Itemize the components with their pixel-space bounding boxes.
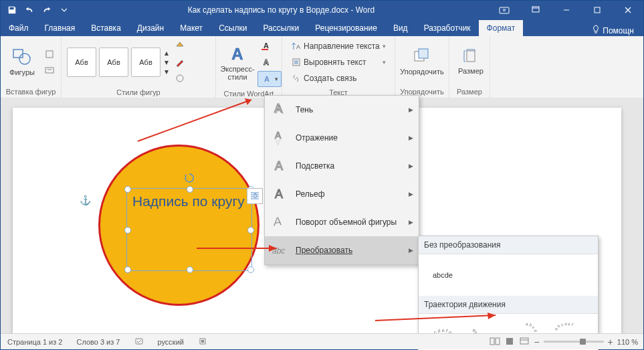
tab-view[interactable]: Вид	[385, 20, 416, 36]
resize-handle-s[interactable]	[187, 266, 193, 273]
status-macros[interactable]	[191, 337, 215, 347]
shapes-icon	[11, 47, 33, 67]
wordart-quick-styles-button[interactable]: A Экспресс- стили	[220, 42, 255, 84]
menu-bevel[interactable]: A Рельеф▶	[265, 180, 419, 208]
rotate-handle[interactable]	[184, 170, 195, 181]
resize-handle-sw[interactable]	[124, 266, 131, 273]
create-link-button[interactable]: Создать связь	[289, 71, 389, 86]
draw-textbox-button[interactable]	[42, 63, 57, 78]
resize-handle-e[interactable]	[247, 227, 254, 234]
status-page[interactable]: Страница 1 из 2	[1, 338, 70, 346]
shape-effects-button[interactable]	[173, 71, 187, 86]
text-outline-button[interactable]: A	[257, 55, 282, 70]
shape-fill-button[interactable]	[173, 39, 187, 54]
submenu-follow-path-header: Траектория движения	[419, 296, 598, 314]
transform-icon: abc	[272, 242, 289, 259]
tab-layout[interactable]: Макет	[172, 20, 211, 36]
arrange-label: Упорядочить	[400, 68, 443, 76]
arrange-button[interactable]: Упорядочить	[399, 45, 445, 78]
tab-design[interactable]: Дизайн	[129, 20, 172, 36]
shadow-icon: AA	[272, 101, 289, 118]
resize-handle-w[interactable]	[124, 227, 131, 234]
title-bar: Как сделать надпись по кругу в Ворде.doc…	[1, 1, 643, 19]
wordart-icon: A	[227, 45, 247, 64]
shape-style-preset-3[interactable]: Абв	[131, 48, 160, 77]
status-bar: Страница 1 из 2 Слово 3 из 7 русский − +…	[1, 333, 643, 349]
status-spellcheck[interactable]	[128, 337, 151, 347]
size-label: Размер	[458, 67, 484, 75]
text-box-content: Надпись по кругу	[132, 193, 245, 209]
shape-style-preset-2[interactable]: Абв	[99, 48, 128, 77]
svg-rect-42	[520, 338, 528, 344]
resize-handle-nw[interactable]	[124, 186, 131, 193]
align-text-label: Выровнять текст	[304, 58, 366, 67]
style-gallery-down[interactable]: ▾	[163, 58, 170, 67]
undo-button[interactable]	[22, 3, 37, 17]
svg-text:A: A	[296, 43, 300, 50]
lightbulb-icon	[592, 25, 600, 36]
group-size: Размер Размер	[449, 36, 490, 98]
svg-text:A: A	[275, 137, 282, 146]
tab-mailings[interactable]: Рассылки	[255, 20, 307, 36]
wordart-label: Экспресс- стили	[220, 65, 254, 81]
resize-handle-n[interactable]	[187, 186, 193, 193]
view-read[interactable]	[490, 337, 500, 347]
shape-style-preset-1[interactable]: Абв	[67, 48, 96, 77]
resize-handle-se[interactable]	[247, 266, 254, 273]
size-icon	[461, 48, 480, 66]
layout-options-button[interactable]	[247, 188, 263, 204]
save-button[interactable]	[5, 3, 19, 17]
tell-me[interactable]: Помощн	[586, 25, 643, 36]
text-direction-button[interactable]: AНаправление текста▾	[289, 39, 389, 54]
menu-glow[interactable]: AA Подсветка▶	[265, 152, 419, 180]
menu-transform-label: Преобразовать	[296, 246, 352, 255]
zoom-out-button[interactable]: −	[534, 337, 539, 347]
close-button[interactable]	[613, 1, 643, 19]
view-print[interactable]	[504, 337, 515, 347]
group-arrange: Упорядочить Упорядочить	[395, 36, 449, 98]
tab-developer[interactable]: Разработчик	[416, 20, 479, 36]
tab-review[interactable]: Рецензирование	[307, 20, 385, 36]
qat-customize-button[interactable]	[57, 3, 72, 17]
style-gallery-more[interactable]: ▾	[163, 67, 170, 76]
ribbon: Фигуры Вставка фигур Абв Абв Абв ▴ ▾	[1, 36, 643, 98]
tab-insert[interactable]: Вставка	[83, 20, 129, 36]
tab-references[interactable]: Ссылки	[211, 20, 255, 36]
svg-rect-41	[506, 338, 513, 345]
view-web[interactable]	[519, 337, 530, 347]
ribbon-options-button[interactable]	[520, 1, 551, 19]
shape-format-stack	[170, 37, 190, 87]
edit-shape-button[interactable]	[42, 47, 57, 62]
shape-outline-button[interactable]	[173, 55, 187, 70]
menu-3d-rotation[interactable]: A Поворот объемной фигуры▶	[265, 208, 419, 236]
menu-transform[interactable]: abc Преобразовать▶	[265, 236, 419, 264]
menu-reflection-label: Отражение	[296, 133, 338, 143]
tab-format[interactable]: Формат	[479, 20, 524, 36]
svg-text:A: A	[231, 45, 243, 63]
minimize-button[interactable]	[551, 1, 582, 19]
zoom-slider[interactable]	[544, 341, 604, 343]
zoom-in-button[interactable]: +	[608, 337, 613, 347]
glow-icon: AA	[272, 157, 289, 175]
menu-shadow[interactable]: AA Тень▶	[265, 96, 419, 124]
svg-rect-40	[496, 338, 500, 345]
zoom-level[interactable]: 110 %	[617, 338, 638, 346]
svg-point-4	[19, 54, 30, 64]
transform-none[interactable]: abcde	[424, 260, 461, 290]
style-gallery-up[interactable]: ▴	[163, 48, 170, 58]
align-text-button[interactable]: Выровнять текст▾	[289, 55, 389, 70]
tab-file[interactable]: Файл	[1, 20, 37, 36]
group-insert-shapes: Фигуры Вставка фигур	[1, 36, 62, 98]
share-button[interactable]	[491, 3, 518, 17]
status-language[interactable]: русский	[151, 338, 191, 346]
text-effects-button[interactable]: A▾	[257, 71, 282, 87]
shapes-gallery-button[interactable]: Фигуры	[5, 44, 39, 79]
maximize-button[interactable]	[582, 1, 613, 19]
status-words[interactable]: Слово 3 из 7	[70, 338, 127, 346]
redo-button[interactable]	[39, 3, 54, 17]
menu-reflection[interactable]: AA Отражение▶	[265, 124, 419, 152]
text-box[interactable]: Надпись по кругу	[126, 188, 252, 271]
tab-home[interactable]: Главная	[37, 20, 84, 36]
text-fill-button[interactable]: A	[257, 39, 282, 54]
size-button[interactable]: Размер	[453, 46, 488, 78]
